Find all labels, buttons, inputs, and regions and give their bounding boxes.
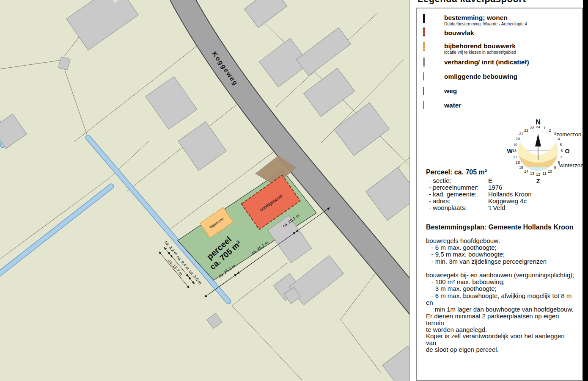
legend-label: bouwvlak [444,29,474,37]
page-edge-bar [583,0,588,381]
svg-text:12: 12 [536,172,540,177]
compass-east: O [565,148,570,155]
legend-label: weg [444,87,457,95]
legend-label: bijbehorend bouwwerk [444,42,516,50]
legend-label: water [444,102,462,109]
svg-text:1: 1 [543,126,545,130]
info-row-gemeente: - kad. gemeente:Hollands Kroon [429,190,532,197]
svg-text:11: 11 [542,171,546,176]
legend-label: bestemming; wonen [444,14,508,22]
svg-text:7: 7 [560,155,562,159]
svg-text:5: 5 [560,143,562,147]
svg-text:16: 16 [516,160,520,165]
compass-south: Z [536,178,540,185]
svg-text:21: 21 [519,132,523,136]
note-parkeerplaatsen: Er dienen minimaal 2 parkeerplaatsen op … [426,313,576,334]
sun-compass: 1 2 3 4 5 6 7 8 9 10 11 12 13 14 15 16 1 [501,118,583,186]
compass-west: W [507,148,513,155]
bouwregels-bijgebouwen: bouwregels bij- en aanbouwen (vergunning… [426,272,576,313]
svg-text:18: 18 [512,149,517,153]
svg-text:10: 10 [548,169,552,174]
note-sloot: Koper is zelf verantwoordelijk voor het … [426,333,576,353]
legend-label: omliggende bebouwing [444,73,517,80]
zomerzon-label: zomerzon [556,131,581,138]
legend-swatch-bouwvlak [423,28,442,37]
cadastral-map: hoofdgebouw bijgebouw perceel ca. 705 m²… [0,0,410,381]
legend-note: locatie vrij te kiezen in achtererfgebie… [444,50,516,55]
svg-text:23: 23 [530,126,534,130]
info-panel: Legenda kavelpaspoort bestemming; wonen … [410,0,583,381]
svg-text:6: 6 [561,149,563,153]
legend-box: bestemming; wonen Dubbelbestemming: Waar… [416,8,583,381]
info-row-sectie: - sectie:E [429,177,492,184]
bestemmingsplan-heading: Bestemmingsplan: Gemeente Hollands Kroon [426,224,574,231]
info-row-adres: - adres:Koggeweg 4c [429,197,527,204]
info-row-perceelnummer: - perceelnummer:1976 [429,184,502,190]
bouwregels-hoofdgebouw: bouwregels hoofdgebouw: - 6 m max. gooth… [426,237,576,265]
kavelpaspoort-page: hoofdgebouw bijgebouw perceel ca. 705 m²… [0,0,588,381]
svg-text:15: 15 [519,166,523,170]
legend-swatch-bebouwing [423,73,442,81]
svg-text:19: 19 [513,143,517,147]
svg-text:14: 14 [524,169,528,174]
svg-text:22: 22 [524,128,528,133]
svg-text:3: 3 [554,132,556,136]
perceel-heading: Perceel: ca. 705 m² [426,168,487,176]
legend-swatch-verharding [423,58,442,67]
legend-swatch-bijbehorend [423,43,442,52]
svg-text:20: 20 [516,137,520,141]
legend-label: verharding/ inrit (indicatief) [444,58,529,66]
page-title: Legenda kavelpaspoort [418,0,526,5]
winterzon-label: winterzon [559,162,583,168]
legend-note: Dubbelbestemming: Waarde - Archeologie 4 [444,22,527,26]
compass-north: N [536,119,541,126]
info-row-woonplaats: - woonplaats:'t Veld [429,204,505,211]
map-canvas: hoofdgebouw bijgebouw perceel ca. 705 m²… [0,0,409,381]
svg-text:2: 2 [549,128,551,133]
legend-swatch-weg [423,87,442,96]
legend-swatch-water [423,102,442,110]
svg-text:9: 9 [554,166,556,170]
legend-swatch-wonen [423,15,442,23]
svg-text:13: 13 [530,171,534,176]
svg-text:17: 17 [513,155,517,159]
